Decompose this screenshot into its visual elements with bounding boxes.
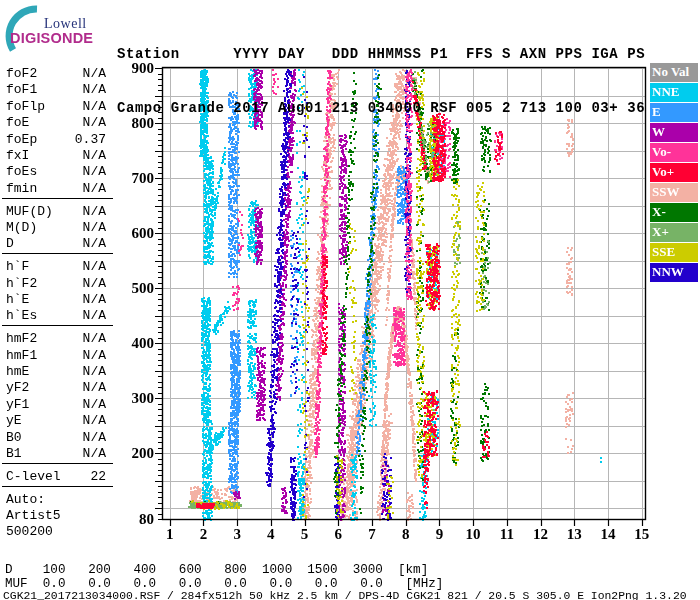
param-label: h`E [6, 292, 29, 307]
header-field-names: Station YYYY DAY DDD HHMMSS P1 FFS S AXN… [117, 45, 645, 63]
param-label: fxI [6, 148, 29, 163]
param-value: N/A [83, 99, 106, 114]
x-axis-tick-label: 3 [224, 526, 250, 543]
param-row: foF2N/A [6, 66, 106, 81]
param-row: B1N/A [6, 446, 106, 461]
param-row: Artist5 [6, 508, 106, 523]
param-value: N/A [83, 331, 106, 346]
panel-divider [2, 325, 113, 326]
param-label: yF2 [6, 380, 29, 395]
param-row: B0N/A [6, 430, 106, 445]
panel-divider [2, 486, 113, 487]
param-value: N/A [83, 220, 106, 235]
param-label: B1 [6, 446, 22, 461]
y-axis-tick-label: 600 [114, 225, 154, 242]
param-row: h`F2N/A [6, 276, 106, 291]
param-label: D [6, 236, 14, 251]
x-axis-tick-label: 7 [359, 526, 385, 543]
param-label: h`F2 [6, 276, 37, 291]
param-row: h`EN/A [6, 292, 106, 307]
param-label: h`F [6, 259, 29, 274]
param-label: Artist5 [6, 508, 61, 523]
param-row: h`FN/A [6, 259, 106, 274]
param-row: hmF2N/A [6, 331, 106, 346]
param-label: fmin [6, 181, 37, 196]
param-value: N/A [83, 164, 106, 179]
param-value: N/A [83, 446, 106, 461]
param-label: B0 [6, 430, 22, 445]
header-block: Station YYYY DAY DDD HHMMSS P1 FFS S AXN… [117, 9, 645, 153]
param-row: yEN/A [6, 413, 106, 428]
param-value: N/A [83, 66, 106, 81]
x-axis-tick-label: 14 [595, 526, 621, 543]
param-row: h`EsN/A [6, 308, 106, 323]
param-label: foFlp [6, 99, 45, 114]
param-value: N/A [83, 430, 106, 445]
param-value: N/A [83, 148, 106, 163]
header-field-values: Campo Grande 2017 Aug01 213 034000 RSF 0… [117, 99, 645, 117]
param-value: N/A [83, 115, 106, 130]
status-line: CGK21_2017213034000.RSF / 284fx512h 50 k… [3, 590, 687, 600]
muf-scale-row: MUF 0.0 0.0 0.0 0.0 0.0 0.0 0.0 0.0 [MHz… [5, 577, 443, 591]
y-axis-tick-label: 80 [114, 511, 154, 528]
param-row: hmF1N/A [6, 348, 106, 363]
legend-item-e: E [650, 103, 698, 122]
param-row: hmEN/A [6, 364, 106, 379]
x-axis-tick-label: 11 [494, 526, 520, 543]
param-label: foEp [6, 132, 37, 147]
param-row: foEp0.37 [6, 132, 106, 147]
y-axis-tick-label: 700 [114, 170, 154, 187]
param-value: N/A [83, 181, 106, 196]
param-value: 22 [90, 469, 106, 484]
y-axis-tick-label: 900 [114, 60, 154, 77]
param-value: N/A [83, 236, 106, 251]
param-label: hmF2 [6, 331, 37, 346]
param-label: foF2 [6, 66, 37, 81]
param-value: N/A [83, 276, 106, 291]
legend-item-nne: NNE [650, 83, 698, 102]
x-axis-tick-label: 9 [426, 526, 452, 543]
param-value: N/A [83, 82, 106, 97]
param-label: foEs [6, 164, 37, 179]
param-value: N/A [83, 413, 106, 428]
param-value: N/A [83, 348, 106, 363]
param-row: foF1N/A [6, 82, 106, 97]
parameter-readout-panel: foF2N/AfoF1N/AfoFlpN/AfoEN/AfoEp0.37fxIN… [6, 0, 114, 560]
legend-item-w: W [650, 123, 698, 142]
x-axis-tick-label: 6 [325, 526, 351, 543]
legend-item-vo-: Vo- [650, 143, 698, 162]
legend-item-x+: X+ [650, 223, 698, 242]
y-axis-tick-label: 300 [114, 390, 154, 407]
param-label: Auto: [6, 492, 45, 507]
param-row: C-level22 [6, 469, 106, 484]
x-axis-tick-label: 4 [258, 526, 284, 543]
param-label: yE [6, 413, 22, 428]
param-row: DN/A [6, 236, 106, 251]
digisonde-ionogram-window: Lowell DIGISONDE Station YYYY DAY DDD HH… [0, 0, 700, 600]
x-axis-tick-label: 5 [292, 526, 318, 543]
param-row: Auto: [6, 492, 106, 507]
x-axis-tick-label: 15 [629, 526, 655, 543]
y-axis-tick-label: 200 [114, 445, 154, 462]
legend-item-sse: SSE [650, 243, 698, 262]
param-row: fxIN/A [6, 148, 106, 163]
param-row: foFlpN/A [6, 99, 106, 114]
param-row: foEsN/A [6, 164, 106, 179]
param-label: MUF(D) [6, 204, 53, 219]
param-row: MUF(D)N/A [6, 204, 106, 219]
param-label: foF1 [6, 82, 37, 97]
param-label: C-level [6, 469, 61, 484]
param-label: M(D) [6, 220, 37, 235]
panel-divider [2, 253, 113, 254]
x-axis-tick-label: 2 [190, 526, 216, 543]
param-value: N/A [83, 380, 106, 395]
param-row: 500200 [6, 524, 106, 539]
x-axis-tick-label: 8 [393, 526, 419, 543]
y-axis-tick-label: 400 [114, 335, 154, 352]
param-label: foE [6, 115, 29, 130]
param-label: hmE [6, 364, 29, 379]
panel-divider [2, 463, 113, 464]
distance-scale-row: D 100 200 400 600 800 1000 1500 3000 [km… [5, 563, 428, 577]
param-row: foEN/A [6, 115, 106, 130]
param-value: N/A [83, 259, 106, 274]
